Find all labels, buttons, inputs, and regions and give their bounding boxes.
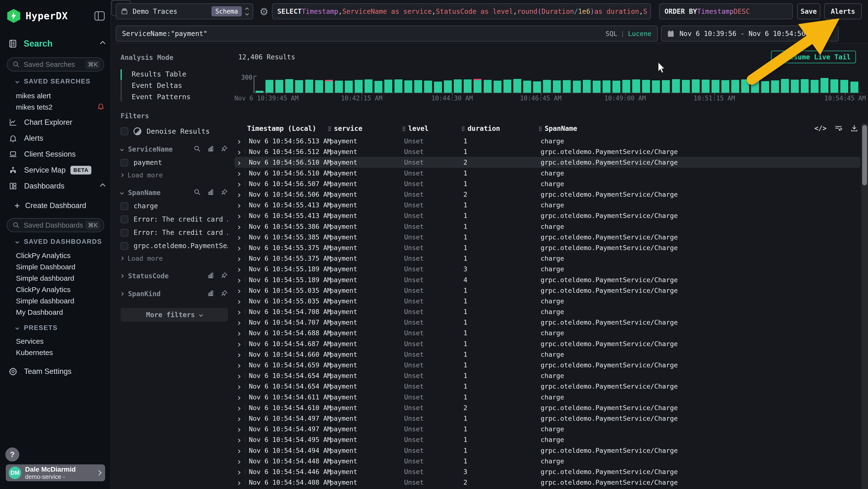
search-icon[interactable] — [194, 189, 201, 197]
row-expander-icon[interactable] — [237, 350, 240, 358]
row-expander-icon[interactable] — [237, 223, 240, 230]
sidebar-item-service-map[interactable]: Service MapBETA — [8, 162, 105, 178]
checkbox-icon[interactable] — [121, 229, 128, 236]
row-expander-icon[interactable] — [237, 212, 240, 220]
filter-group-header[interactable]: SpanKind — [121, 290, 228, 298]
row-expander-icon[interactable] — [237, 244, 240, 251]
row-expander-icon[interactable] — [237, 425, 240, 433]
create-dashboard-button[interactable]: + Create Dashboard — [14, 199, 105, 212]
row-expander-icon[interactable] — [237, 414, 240, 422]
row-expander-icon[interactable] — [237, 457, 240, 465]
bar-chart-icon[interactable] — [207, 290, 214, 298]
bar-chart-icon[interactable] — [207, 189, 214, 197]
row-expander-icon[interactable] — [237, 265, 240, 273]
table-row[interactable]: Nov 6 10:54:55.375 AMpaymentUnset1charge — [235, 253, 860, 264]
row-expander-icon[interactable] — [237, 148, 240, 155]
sidebar-preset-item[interactable]: Kubernetes — [16, 347, 105, 358]
table-row[interactable]: Nov 6 10:54:54.707 AMpaymentUnset1grpc.o… — [235, 317, 860, 327]
analysis-mode-event-deltas[interactable]: Event Deltas — [132, 80, 228, 91]
row-expander-icon[interactable] — [237, 308, 240, 315]
table-row[interactable]: Nov 6 10:54:55.386 AMpaymentUnset1charge — [235, 221, 860, 232]
table-row[interactable]: Nov 6 10:54:54.688 AMpaymentUnset1charge — [235, 327, 860, 338]
filter-option[interactable]: payment — [121, 159, 228, 167]
row-expander-icon[interactable] — [237, 447, 240, 454]
drag-handle-icon[interactable] — [462, 126, 465, 131]
table-row[interactable]: Nov 6 10:54:55.385 AMpaymentUnset1grpc.o… — [235, 232, 860, 242]
language-toggle-sql[interactable]: SQL — [606, 30, 617, 37]
checkbox-icon[interactable] — [121, 242, 128, 250]
sidebar-preset-item[interactable]: Services — [16, 336, 105, 347]
row-expander-icon[interactable] — [237, 137, 240, 145]
table-row[interactable]: Nov 6 10:54:56.512 AMpaymentUnset1grpc.o… — [235, 146, 860, 157]
table-row[interactable]: Nov 6 10:54:54.497 AMpaymentUnset1grpc.o… — [235, 413, 860, 424]
table-row[interactable]: Nov 6 10:54:56.513 AMpaymentUnset1charge — [235, 136, 860, 146]
table-row[interactable]: Nov 6 10:54:56.507 AMpaymentUnset1charge — [235, 178, 860, 189]
sidebar-item-dashboards[interactable]: Dashboards — [8, 178, 105, 194]
bar-chart-icon[interactable] — [207, 145, 214, 153]
sidebar-item-chart-explorer[interactable]: Chart Explorer — [8, 114, 105, 130]
filter-group-header[interactable]: ServiceName — [121, 145, 228, 153]
denoise-results-checkbox[interactable]: Denoise Results — [121, 127, 228, 136]
row-expander-icon[interactable] — [237, 393, 240, 401]
drag-handle-icon[interactable] — [539, 126, 542, 131]
table-row[interactable]: Nov 6 10:54:54.654 AMpaymentUnset1grpc.o… — [235, 381, 860, 392]
table-row[interactable]: Nov 6 10:54:54.611 AMpaymentUnset1charge — [235, 392, 860, 402]
load-more-button[interactable]: Load more — [121, 255, 228, 262]
sql-select-input[interactable]: SELECT Timestamp, ServiceName as service… — [272, 3, 651, 19]
row-expander-icon[interactable] — [237, 233, 240, 241]
checkbox-icon[interactable] — [121, 127, 128, 135]
saved-dashboards-header[interactable]: SAVED DASHBOARDS — [16, 238, 105, 246]
table-row[interactable]: Nov 6 10:54:55.413 AMpaymentUnset1grpc.o… — [235, 210, 860, 221]
table-row[interactable]: Nov 6 10:54:54.659 AMpaymentUnset1grpc.o… — [235, 359, 860, 370]
row-expander-icon[interactable] — [237, 287, 240, 294]
row-expander-icon[interactable] — [237, 468, 240, 475]
row-expander-icon[interactable] — [237, 436, 240, 443]
pin-icon[interactable] — [221, 272, 228, 280]
source-settings-gear-icon[interactable]: ⚙ — [259, 6, 269, 18]
table-row[interactable]: Nov 6 10:54:54.654 AMpaymentUnset1charge — [235, 370, 860, 381]
filter-option[interactable]: Error: The credit card … — [121, 215, 228, 223]
presets-header[interactable]: PRESETS — [16, 324, 105, 332]
wrap-lines-icon[interactable] — [834, 124, 842, 132]
row-expander-icon[interactable] — [237, 329, 240, 337]
load-more-button[interactable]: Load more — [121, 171, 228, 179]
table-row[interactable]: Nov 6 10:54:54.708 AMpaymentUnset1charge — [235, 306, 860, 317]
row-expander-icon[interactable] — [237, 159, 240, 166]
table-row[interactable]: Nov 6 10:54:54.687 AMpaymentUnset1grpc.o… — [235, 338, 860, 349]
sidebar-dashboard-item[interactable]: Simple dashboard — [16, 295, 105, 307]
sidebar-saved-search-item[interactable]: mikes tets2 — [16, 102, 105, 113]
checkbox-icon[interactable] — [121, 215, 128, 223]
table-row[interactable]: Nov 6 10:54:55.035 AMpaymentUnset1grpc.o… — [235, 285, 860, 296]
saved-dashboards-input[interactable]: Saved Dashboards ⌘K — [7, 218, 104, 232]
save-button[interactable]: Save — [797, 3, 820, 19]
download-icon[interactable] — [850, 124, 858, 132]
table-row[interactable]: Nov 6 10:54:54.408 AMpaymentUnset2grpc.o… — [235, 477, 860, 488]
lucene-search-input[interactable]: ServiceName:"payment" SQL|Lucene — [116, 26, 658, 41]
more-filters-button[interactable]: More filters — [121, 308, 228, 321]
filter-option[interactable]: grpc.oteldemo.PaymentSe… — [121, 242, 228, 250]
help-button[interactable]: ? — [5, 448, 19, 461]
drag-handle-icon[interactable] — [328, 126, 331, 131]
column-header-timestamp-local-[interactable]: Timestamp (Local) — [247, 124, 316, 133]
row-expander-icon[interactable] — [237, 382, 240, 390]
table-row[interactable]: Nov 6 10:54:56.506 AMpaymentUnset2grpc.o… — [235, 189, 860, 200]
sidebar-dashboard-item[interactable]: ClickPy Analytics — [16, 284, 105, 295]
table-row[interactable]: Nov 6 10:54:55.375 AMpaymentUnset1grpc.o… — [235, 242, 860, 253]
filter-option[interactable]: Error: The credit card … — [121, 229, 228, 236]
table-row[interactable]: Nov 6 10:54:55.035 AMpaymentUnset1charge — [235, 296, 860, 306]
bar-chart-icon[interactable] — [207, 272, 214, 280]
table-row[interactable]: Nov 6 10:54:54.497 AMpaymentUnset1charge — [235, 424, 860, 434]
user-menu[interactable]: DM Dale McDiarmid demo-service - — [6, 464, 105, 481]
table-row[interactable]: Nov 6 10:54:55.189 AMpaymentUnset3charge — [235, 264, 860, 274]
analysis-mode-event-patterns[interactable]: Event Patterns — [132, 91, 228, 102]
filter-group-header[interactable]: SpanName — [121, 189, 228, 197]
table-row[interactable]: Nov 6 10:54:55.413 AMpaymentUnset1charge — [235, 200, 860, 210]
search-icon[interactable] — [194, 145, 201, 153]
row-expander-icon[interactable] — [237, 169, 240, 177]
pin-icon[interactable] — [221, 290, 228, 298]
table-row[interactable]: Nov 6 10:54:54.448 AMpaymentUnset1charge — [235, 456, 860, 466]
language-toggle-lucene[interactable]: Lucene — [628, 30, 651, 37]
row-expander-icon[interactable] — [237, 201, 240, 209]
table-row[interactable]: Nov 6 10:54:54.446 AMpaymentUnset3grpc.o… — [235, 466, 860, 477]
sidebar-item-alerts[interactable]: Alerts — [8, 130, 105, 146]
